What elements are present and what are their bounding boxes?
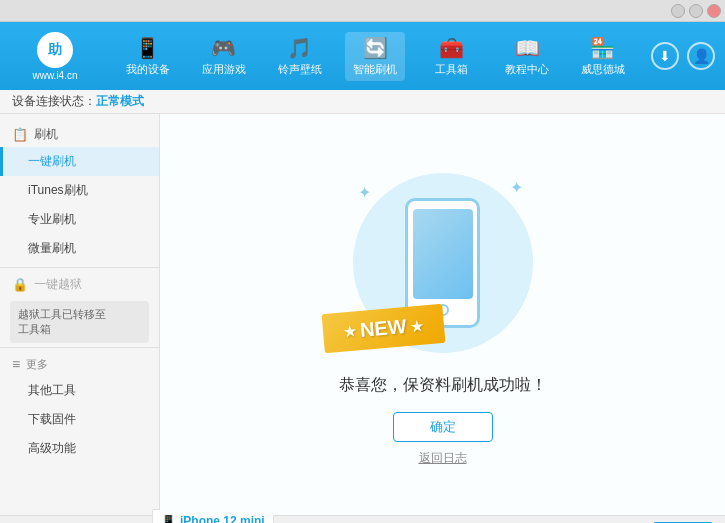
- sidebar-divider-1: [0, 267, 159, 268]
- flash-section-icon: 📋: [12, 127, 28, 142]
- weishi-icon: 🏪: [590, 36, 615, 60]
- main-content: ✦ ✦ ★ NEW ★ 恭喜您，保资料刷机成功啦！ 确定 返回日志: [160, 114, 725, 515]
- nav-label-my-device: 我的设备: [126, 62, 170, 77]
- title-bar: [0, 0, 725, 22]
- itunes-flash-label: iTunes刷机: [28, 183, 88, 197]
- lock-icon: 🔒: [12, 277, 28, 292]
- connection-bar: 设备连接状态： 正常模式: [0, 90, 725, 114]
- star-left-icon: ★: [342, 322, 356, 339]
- app-games-icon: 🎮: [211, 36, 236, 60]
- nav-right: ⬇ 👤: [651, 42, 715, 70]
- logo-icon: 助: [37, 32, 73, 68]
- new-text: ★ NEW ★: [342, 313, 424, 343]
- main-layout: 📋 刷机 一键刷机 iTunes刷机 专业刷机 微量刷机 🔒 一键越狱 越狱工具…: [0, 114, 725, 515]
- sidebar-section-more: 更多: [0, 352, 159, 376]
- one-click-flash-label: 一键刷机: [28, 154, 76, 168]
- micro-flash-label: 微量刷机: [28, 241, 76, 255]
- nav-item-ringtone[interactable]: 🎵 铃声壁纸: [270, 32, 330, 81]
- back-home-link[interactable]: 返回日志: [419, 450, 467, 467]
- nav-label-smart-flash: 智能刷机: [353, 62, 397, 77]
- sidebar-item-download-firmware[interactable]: 下载固件: [0, 405, 159, 434]
- smart-flash-icon: 🔄: [363, 36, 388, 60]
- nav-item-tutorial[interactable]: 📖 教程中心: [497, 32, 557, 81]
- flash-section-label: 刷机: [34, 126, 58, 143]
- download-firmware-label: 下载固件: [28, 412, 76, 426]
- toolbox-icon: 🧰: [439, 36, 464, 60]
- minimize-button[interactable]: [671, 4, 685, 18]
- sidebar-item-itunes-flash[interactable]: iTunes刷机: [0, 176, 159, 205]
- sparkle-topright-icon: ✦: [510, 178, 523, 197]
- sidebar-item-micro-flash[interactable]: 微量刷机: [0, 234, 159, 263]
- maximize-button[interactable]: [689, 4, 703, 18]
- nav-item-app-games[interactable]: 🎮 应用游戏: [194, 32, 254, 81]
- confirm-button[interactable]: 确定: [393, 412, 493, 442]
- my-device-icon: 📱: [135, 36, 160, 60]
- connection-prefix: 设备连接状态：: [12, 93, 96, 110]
- tutorial-icon: 📖: [515, 36, 540, 60]
- user-button[interactable]: 👤: [687, 42, 715, 70]
- sparkle-topleft-icon: ✦: [358, 183, 371, 202]
- sidebar-item-one-click-flash[interactable]: 一键刷机: [0, 147, 159, 176]
- star-right-icon: ★: [409, 317, 423, 334]
- more-section-label: 更多: [26, 357, 48, 372]
- phone-illustration: ✦ ✦ ★ NEW ★: [333, 163, 553, 363]
- sidebar-item-advanced[interactable]: 高级功能: [0, 434, 159, 463]
- download-button[interactable]: ⬇: [651, 42, 679, 70]
- sidebar-item-other-tools[interactable]: 其他工具: [0, 376, 159, 405]
- sidebar: 📋 刷机 一键刷机 iTunes刷机 专业刷机 微量刷机 🔒 一键越狱 越狱工具…: [0, 114, 160, 515]
- sidebar-section-flash[interactable]: 📋 刷机: [0, 122, 159, 147]
- logo-url: www.i4.cn: [32, 70, 77, 81]
- success-message: 恭喜您，保资料刷机成功啦！: [339, 375, 547, 396]
- sidebar-item-pro-flash[interactable]: 专业刷机: [0, 205, 159, 234]
- sidebar-section-restore: 🔒 一键越狱: [0, 272, 159, 297]
- info-box-text: 越狱工具已转移至工具箱: [18, 308, 106, 335]
- status-bar: 自动橄送 跳过向导 📱 iPhone 12 mini 64GB Down-12m…: [0, 515, 725, 523]
- advanced-label: 高级功能: [28, 441, 76, 455]
- close-button[interactable]: [707, 4, 721, 18]
- pro-flash-label: 专业刷机: [28, 212, 76, 226]
- nav-item-my-device[interactable]: 📱 我的设备: [118, 32, 178, 81]
- phone-screen: [413, 209, 473, 299]
- header: 助 www.i4.cn 📱 我的设备 🎮 应用游戏 🎵 铃声壁纸 🔄 智能刷机 …: [0, 22, 725, 90]
- sidebar-info-box: 越狱工具已转移至工具箱: [10, 301, 149, 343]
- nav-label-toolbox: 工具箱: [435, 62, 468, 77]
- nav-label-tutorial: 教程中心: [505, 62, 549, 77]
- ringtone-icon: 🎵: [287, 36, 312, 60]
- nav-label-app-games: 应用游戏: [202, 62, 246, 77]
- logo-area: 助 www.i4.cn: [10, 32, 100, 81]
- nav-label-ringtone: 铃声壁纸: [278, 62, 322, 77]
- other-tools-label: 其他工具: [28, 383, 76, 397]
- nav-item-smart-flash[interactable]: 🔄 智能刷机: [345, 32, 405, 81]
- connection-status: 正常模式: [96, 93, 144, 110]
- restore-label: 一键越狱: [34, 276, 82, 293]
- nav-item-weishi[interactable]: 🏪 威思德城: [573, 32, 633, 81]
- nav-label-weishi: 威思德城: [581, 62, 625, 77]
- sidebar-divider-2: [0, 347, 159, 348]
- nav-items: 📱 我的设备 🎮 应用游戏 🎵 铃声壁纸 🔄 智能刷机 🧰 工具箱 📖 教程中心…: [110, 32, 641, 81]
- nav-item-toolbox[interactable]: 🧰 工具箱: [421, 32, 481, 81]
